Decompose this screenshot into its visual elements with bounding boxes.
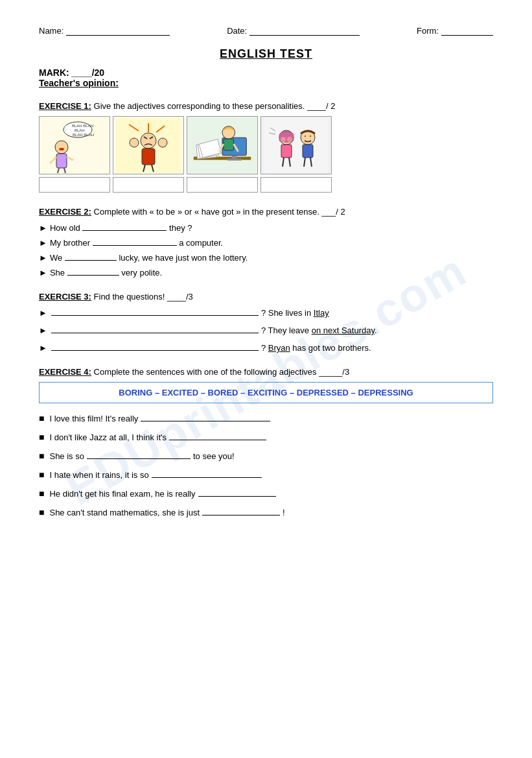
- form-field: Form:: [417, 26, 493, 36]
- bullet-3: ■: [39, 451, 44, 461]
- arrow-icon-4: ►: [39, 268, 47, 278]
- exercise2-item-4: ► She very polite.: [39, 266, 493, 278]
- svg-text:BLAH: BLAH: [75, 128, 85, 132]
- ex4-end-6: !: [283, 508, 285, 517]
- name-label: Name:: [39, 26, 64, 36]
- bullet-5: ■: [39, 488, 44, 499]
- date-field: Date:: [227, 26, 360, 36]
- exercise1-images: BLAH BLAH BLAH BLAH BLAH: [39, 116, 493, 174]
- ex4-text-1: I love this film! It's really: [49, 414, 138, 423]
- answer-cell-2: [113, 177, 184, 193]
- exercise3-score: ____/3: [167, 292, 193, 302]
- ex3-underline-2: on next Saturday: [312, 326, 375, 335]
- cartoon-3: [187, 116, 258, 174]
- answer-cell-1: [39, 177, 110, 193]
- svg-rect-46: [303, 145, 313, 158]
- ex4-line-4: [152, 469, 262, 478]
- ex3-arrow-3: ►: [39, 343, 47, 353]
- exercise2-item4-text: She very polite.: [50, 266, 162, 278]
- cartoon-4: [260, 116, 332, 174]
- exercise4-section: EXERCISE 4: Complete the sentences with …: [39, 367, 493, 517]
- exercise2-item1-text: How old they ?: [50, 222, 192, 233]
- svg-point-5: [55, 141, 68, 154]
- exercise1-instruction: Give the adjectives corresponding to the…: [94, 101, 305, 111]
- exercise2-title: EXERCISE 2: Complete with « to be » or «…: [39, 207, 493, 217]
- svg-point-16: [141, 133, 156, 148]
- exercise4-item-5: ■ He didn't get his final exam, he is re…: [39, 488, 493, 499]
- exercise3-item-1: ► ? She lives in Itlay: [39, 307, 493, 318]
- fill-line-3: [65, 252, 117, 261]
- header-row: Name: Date: Form:: [39, 26, 493, 36]
- exercise4-item-1: ■ I love this film! It's really: [39, 412, 493, 423]
- exercise2-instruction: Complete with « to be » or « have got » …: [94, 207, 319, 217]
- exercise3-title: EXERCISE 3: Find the questions! ____/3: [39, 292, 493, 302]
- exercise1-answer-row: [39, 177, 493, 193]
- ex4-text-2: I don't like Jazz at all, I think it's: [49, 432, 167, 442]
- mark-line: MARK: ____/20: [39, 67, 493, 78]
- mark-label: MARK:: [39, 67, 69, 78]
- svg-rect-28: [227, 158, 242, 160]
- answer-cell-4: [260, 177, 332, 193]
- ex4-line-3: [87, 450, 191, 459]
- exercise1-score: ____/ 2: [307, 101, 335, 111]
- ex4-end-3: to see you!: [193, 451, 235, 461]
- ex3-arrow-2: ►: [39, 326, 47, 335]
- ex4-text-3: She is so: [49, 451, 84, 461]
- exercise2-item-3: ► We lucky, we have just won the lottery…: [39, 252, 493, 263]
- exercise4-item-4: ■ I hate when it rains, it is so: [39, 469, 493, 480]
- fill-line-4: [67, 266, 119, 276]
- svg-point-20: [130, 138, 139, 147]
- bullet-6: ■: [39, 507, 44, 517]
- opinion-line: Teacher's opinion:: [39, 78, 493, 88]
- ex3-answer-3: ? Bryan has got two brothers.: [261, 343, 371, 353]
- ex3-line-3: [51, 342, 259, 351]
- ex3-line-2: [51, 324, 259, 333]
- answer-cell-3: [187, 177, 258, 193]
- svg-rect-19: [142, 148, 155, 165]
- mark-value: ____/20: [72, 67, 105, 78]
- exercise1-section: EXERCISE 1: Give the adjectives correspo…: [39, 101, 493, 193]
- bullet-2: ■: [39, 432, 44, 442]
- svg-point-21: [158, 138, 167, 147]
- ex3-arrow-1: ►: [39, 308, 47, 318]
- exercise2-item-1: ► How old they ?: [39, 222, 493, 233]
- arrow-icon-1: ►: [39, 223, 47, 233]
- svg-text:BLAH BLAH: BLAH BLAH: [73, 133, 94, 137]
- arrow-icon-3: ►: [39, 253, 47, 263]
- date-input-line: [249, 35, 360, 36]
- name-field: Name:: [39, 26, 170, 36]
- svg-point-11: [59, 148, 64, 150]
- cartoon-2: [113, 116, 184, 174]
- ex4-text-5: He didn't get his final exam, he is real…: [49, 489, 195, 499]
- opinion-label: Teacher's opinion:: [39, 78, 119, 88]
- exercise4-instruction: Complete the sentences with one of the f…: [94, 367, 317, 377]
- exercise3-item-3: ► ? Bryan has got two brothers.: [39, 342, 493, 353]
- ex4-line-5: [198, 488, 276, 497]
- exercise4-title: EXERCISE 4: Complete the sentences with …: [39, 367, 493, 377]
- page-title: ENGLISH TEST: [39, 47, 493, 61]
- ex4-line-1: [141, 412, 270, 421]
- svg-point-39: [287, 137, 292, 142]
- arrow-icon-2: ►: [39, 238, 47, 248]
- ex3-underline-1: Itlay: [314, 308, 329, 318]
- exercise2-item2-text: My brother a computer.: [50, 237, 223, 248]
- exercise3-label: EXERCISE 3:: [39, 292, 91, 302]
- ex4-text-4: I hate when it rains, it is so: [49, 470, 148, 480]
- cartoon-1: BLAH BLAH BLAH BLAH BLAH: [39, 116, 110, 174]
- exercise2-section: EXERCISE 2: Complete with « to be » or «…: [39, 207, 493, 278]
- bullet-1: ■: [39, 413, 44, 423]
- svg-rect-33: [224, 139, 234, 150]
- exercise1-title: EXERCISE 1: Give the adjectives correspo…: [39, 101, 493, 111]
- mark-section: MARK: ____/20 Teacher's opinion:: [39, 67, 493, 88]
- svg-rect-27: [232, 155, 237, 158]
- adjectives-list: BORING – EXCITED – BORED – EXCITING – DE…: [119, 388, 413, 397]
- exercise4-score: _____/3: [319, 367, 349, 377]
- ex3-answer-2: ? They leave on next Saturday.: [261, 326, 377, 335]
- ex3-line-1: [51, 307, 259, 316]
- ex4-text-6: She can't stand mathematics, she is just: [49, 508, 200, 517]
- svg-rect-6: [56, 154, 67, 168]
- exercise2-score: ___/ 2: [322, 207, 345, 217]
- exercise3-section: EXERCISE 3: Find the questions! ____/3 ►…: [39, 292, 493, 353]
- bullet-4: ■: [39, 469, 44, 480]
- exercise4-item-6: ■ She can't stand mathematics, she is ju…: [39, 506, 493, 517]
